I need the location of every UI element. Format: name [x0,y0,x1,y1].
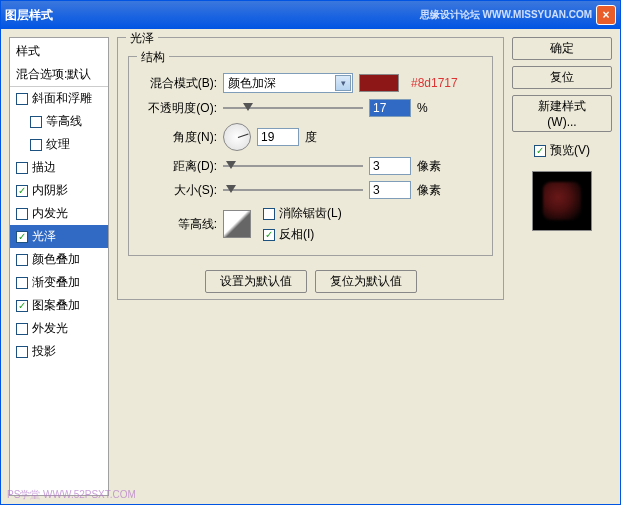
opacity-label: 不透明度(O): [139,100,217,117]
preview-checkbox[interactable]: 预览(V) [512,142,612,159]
checkbox-icon [16,254,28,266]
distance-input[interactable]: 3 [369,157,411,175]
right-buttons: 确定 复位 新建样式(W)... 预览(V) [512,37,612,496]
sidebar-item-label: 渐变叠加 [32,274,80,291]
set-default-button[interactable]: 设置为默认值 [205,270,307,293]
checkbox-icon [30,139,42,151]
checkbox-icon [16,277,28,289]
checkbox-icon [16,93,28,105]
layer-style-dialog: 图层样式 思缘设计论坛 WWW.MISSYUAN.COM × 样式 混合选项:默… [0,0,621,505]
size-unit: 像素 [417,182,441,199]
new-style-button[interactable]: 新建样式(W)... [512,95,612,132]
sidebar-item-10[interactable]: 外发光 [10,317,108,340]
sidebar-item-label: 图案叠加 [32,297,80,314]
opacity-slider[interactable] [223,100,363,116]
reset-button[interactable]: 复位 [512,66,612,89]
angle-input[interactable]: 19 [257,128,299,146]
sidebar-item-label: 斜面和浮雕 [32,90,92,107]
satin-fieldset: 光泽 结构 混合模式(B): 颜色加深 ▾ #8d1717 不透明度(O): [117,37,504,300]
sidebar-item-label: 纹理 [46,136,70,153]
structure-fieldset: 结构 混合模式(B): 颜色加深 ▾ #8d1717 不透明度(O): 1 [128,56,493,256]
sidebar-item-3[interactable]: 描边 [10,156,108,179]
structure-legend: 结构 [137,49,169,66]
sidebar-item-7[interactable]: 颜色叠加 [10,248,108,271]
color-hex: #8d1717 [411,76,458,90]
opacity-unit: % [417,101,428,115]
checkbox-icon [16,162,28,174]
titlebar: 图层样式 思缘设计论坛 WWW.MISSYUAN.COM × [1,1,620,29]
checkbox-icon [534,145,546,157]
sidebar-item-label: 光泽 [32,228,56,245]
blend-mode-label: 混合模式(B): [139,75,217,92]
size-label: 大小(S): [139,182,217,199]
checkbox-icon [16,231,28,243]
watermark-top: 思缘设计论坛 WWW.MISSYUAN.COM [420,8,592,22]
sidebar-item-8[interactable]: 渐变叠加 [10,271,108,294]
window-title: 图层样式 [5,7,420,24]
sidebar-item-label: 描边 [32,159,56,176]
sidebar-item-label: 外发光 [32,320,68,337]
checkbox-icon [16,208,28,220]
angle-unit: 度 [305,129,317,146]
checkbox-icon [16,346,28,358]
ok-button[interactable]: 确定 [512,37,612,60]
sidebar-item-label: 内阴影 [32,182,68,199]
checkbox-icon [263,208,275,220]
opacity-input[interactable]: 17 [369,99,411,117]
checkbox-icon [16,300,28,312]
styles-sidebar: 样式 混合选项:默认 斜面和浮雕等高线纹理描边内阴影内发光光泽颜色叠加渐变叠加图… [9,37,109,496]
sidebar-item-5[interactable]: 内发光 [10,202,108,225]
close-icon: × [602,8,609,22]
sidebar-item-11[interactable]: 投影 [10,340,108,363]
sidebar-subheader[interactable]: 混合选项:默认 [10,63,108,87]
angle-label: 角度(N): [139,129,217,146]
sidebar-item-2[interactable]: 纹理 [10,133,108,156]
distance-slider[interactable] [223,158,363,174]
contour-label: 等高线: [139,216,217,233]
checkbox-icon [16,323,28,335]
close-button[interactable]: × [596,5,616,25]
size-input[interactable]: 3 [369,181,411,199]
invert-checkbox[interactable]: 反相(I) [263,226,342,243]
sidebar-item-4[interactable]: 内阴影 [10,179,108,202]
checkbox-icon [263,229,275,241]
size-slider[interactable] [223,182,363,198]
blend-mode-value: 颜色加深 [228,75,276,92]
options-panel: 光泽 结构 混合模式(B): 颜色加深 ▾ #8d1717 不透明度(O): [117,37,504,496]
sidebar-item-1[interactable]: 等高线 [10,110,108,133]
sidebar-item-label: 内发光 [32,205,68,222]
color-swatch[interactable] [359,74,399,92]
dropdown-arrow-icon: ▾ [335,75,351,91]
sidebar-item-6[interactable]: 光泽 [10,225,108,248]
checkbox-icon [16,185,28,197]
antialias-checkbox[interactable]: 消除锯齿(L) [263,205,342,222]
sidebar-item-label: 颜色叠加 [32,251,80,268]
sidebar-item-label: 投影 [32,343,56,360]
panel-title: 光泽 [126,30,158,47]
preview-thumbnail [532,171,592,231]
sidebar-item-0[interactable]: 斜面和浮雕 [10,87,108,110]
sidebar-item-label: 等高线 [46,113,82,130]
sidebar-item-9[interactable]: 图案叠加 [10,294,108,317]
watermark-bottom: PS学堂 WWW.52PSXT.COM [7,488,136,502]
reset-default-button[interactable]: 复位为默认值 [315,270,417,293]
contour-picker[interactable] [223,210,251,238]
checkbox-icon [30,116,42,128]
blend-mode-select[interactable]: 颜色加深 ▾ [223,73,353,93]
distance-unit: 像素 [417,158,441,175]
distance-label: 距离(D): [139,158,217,175]
sidebar-header: 样式 [10,40,108,63]
angle-dial[interactable] [223,123,251,151]
